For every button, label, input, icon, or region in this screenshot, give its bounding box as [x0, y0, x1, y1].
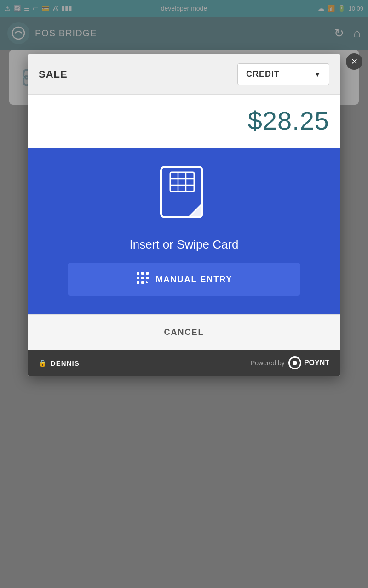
svg-rect-8 — [141, 272, 144, 275]
svg-rect-13 — [137, 281, 139, 284]
username: DENNIS — [51, 359, 80, 367]
svg-rect-10 — [137, 277, 139, 279]
keypad-icon — [136, 271, 150, 288]
svg-rect-2 — [170, 172, 194, 192]
amount-display: $28.25 — [248, 106, 329, 135]
svg-rect-12 — [146, 277, 149, 279]
payment-type-dropdown[interactable]: CREDIT ▼ — [237, 63, 329, 85]
lock-icon: 🔒 — [39, 359, 47, 367]
modal-header: SALE CREDIT ▼ — [28, 54, 340, 95]
poynt-inner-dot — [293, 361, 297, 365]
svg-rect-11 — [141, 277, 144, 279]
cancel-button[interactable]: CANCEL — [164, 328, 204, 337]
close-button[interactable]: ✕ — [346, 53, 362, 70]
card-prompt-section: Insert or Swipe Card MANUAL ENTRY — [28, 148, 340, 314]
credit-label: CREDIT — [246, 69, 280, 79]
poynt-logo: POYNT — [288, 356, 329, 369]
powered-by-section: Powered by POYNT — [251, 356, 329, 369]
powered-by-text: Powered by — [251, 359, 285, 367]
manual-entry-label: MANUAL ENTRY — [156, 275, 233, 284]
chevron-down-icon: ▼ — [314, 71, 321, 78]
svg-rect-14 — [141, 281, 144, 284]
payment-modal: SALE CREDIT ▼ $28.25 Insert or Swipe Car… — [28, 54, 340, 376]
chip-card-icon — [156, 162, 212, 226]
svg-rect-7 — [137, 272, 139, 275]
cancel-section: CANCEL — [28, 314, 340, 350]
sale-label: SALE — [39, 68, 68, 80]
insert-swipe-text: Insert or Swipe Card — [130, 237, 239, 252]
modal-footer: 🔒 DENNIS Powered by POYNT — [28, 350, 340, 376]
poynt-brand: POYNT — [304, 359, 329, 367]
poynt-circle-icon — [288, 356, 301, 369]
manual-entry-button[interactable]: MANUAL ENTRY — [68, 263, 300, 296]
svg-rect-9 — [146, 272, 149, 275]
amount-section: $28.25 — [28, 95, 340, 148]
user-info: 🔒 DENNIS — [39, 359, 80, 367]
